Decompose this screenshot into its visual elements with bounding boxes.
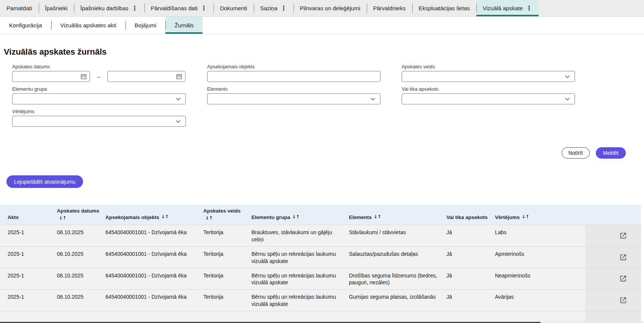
column-header-elements[interactable]: Elements↓↑ <box>349 205 446 225</box>
elementu-grupa-value[interactable] <box>13 94 185 104</box>
download-derivative-button[interactable]: Lejupielādēt atvasinājumu <box>6 175 83 188</box>
nav-item-ekspluatacijas-lietas[interactable]: Ekspluatācijas lietas <box>412 0 476 16</box>
sort-icon[interactable]: ↓↑ <box>59 215 66 221</box>
sort-icon[interactable]: ↓↑ <box>521 214 529 221</box>
column-header-vertejums[interactable]: Vērtējums↓↑ <box>495 205 585 225</box>
table-row: 2025-1 08.10.2025 64540040001001 - Dzīvo… <box>0 289 641 311</box>
nav-item-pamatdati[interactable]: Pamatdati <box>0 0 39 16</box>
section-tabs: Konfigurācija Vizuālās apskates akti Boj… <box>0 17 644 34</box>
table-header-row: Akts Apskates datums↓↑ Apsekojamais obje… <box>0 205 641 225</box>
cell-datums: 08.10.2025 <box>57 290 105 311</box>
open-record-button[interactable] <box>619 296 627 304</box>
table-row-partial <box>0 311 641 322</box>
nav-item-sazina[interactable]: Saziņa⋮ <box>254 0 294 16</box>
date-from-input[interactable] <box>13 71 90 82</box>
cell-akts: 2025-1 <box>0 290 57 311</box>
nav-item-ipasnieki[interactable]: Īpašnieki <box>39 0 74 16</box>
kebab-menu-icon[interactable]: ⋮ <box>526 5 532 11</box>
apsekojamais-objekts-field[interactable] <box>207 71 380 82</box>
column-header-apskates-datums[interactable]: Apskates datums↓↑ <box>57 205 105 225</box>
filter-label: Apskates datums <box>12 64 186 69</box>
filter-label: Elementu grupa <box>12 86 186 92</box>
column-header-elementu-grupa[interactable]: Elementu grupa↓↑ <box>251 205 349 225</box>
apskates-veids-value[interactable] <box>402 71 575 82</box>
date-to-field[interactable] <box>107 71 185 82</box>
sort-icon[interactable]: ↓↑ <box>205 215 213 221</box>
filter-apskates-veids: Apskates veids <box>402 64 575 82</box>
page-title: Vizuālās apskates žurnāls <box>4 47 644 57</box>
column-header-apsekojamais-objekts[interactable]: Apsekojamais objekts↓↑ <box>105 205 203 225</box>
cell-actions <box>585 268 641 290</box>
nav-item-parvaldisanas-dati[interactable]: Pārvaldīšanas dati⋮ <box>145 0 214 16</box>
column-header-apskates-veids[interactable]: Apskates veids↓↑ <box>203 205 251 225</box>
elements-value[interactable] <box>207 94 380 104</box>
nav-item-vizuala-apskate[interactable]: Vizuālā apskate⋮ <box>476 0 539 16</box>
vertejums-select[interactable] <box>12 116 186 127</box>
clear-button[interactable]: Notīrīt <box>562 147 590 159</box>
elements-select[interactable] <box>207 93 380 104</box>
open-record-button[interactable] <box>619 274 627 283</box>
sort-icon[interactable]: ↓↑ <box>161 214 169 221</box>
nav-item-dokumenti[interactable]: Dokumenti <box>214 0 254 16</box>
column-header-akts: Akts <box>0 205 57 225</box>
open-record-button[interactable] <box>619 253 627 262</box>
cell-objekts: 64540040001001 - Dzīvojamā ēka <box>105 225 203 246</box>
apskates-veids-select[interactable] <box>402 71 575 82</box>
table-row: 2025-1 08.10.2025 64540040001001 - Dzīvo… <box>0 268 641 290</box>
kebab-menu-icon[interactable]: ⋮ <box>201 5 207 11</box>
tab-bojajumi[interactable]: Bojājumi <box>126 17 166 34</box>
nav-item-ipasnieku-darbibas[interactable]: Īpašnieku darbības⋮ <box>74 0 145 16</box>
cell-objekts: 64540040001001 - Dzīvojamā ēka <box>105 268 203 290</box>
main-navigation: Pamatdati Īpašnieki Īpašnieku darbības⋮ … <box>0 0 644 17</box>
download-row: Lejupielādēt atvasinājumu <box>6 175 644 188</box>
cell-actions <box>585 311 641 322</box>
cell-grupa: Bērnu spēļu un rekreācijas laukumu vizuā… <box>251 290 349 311</box>
date-from-field[interactable] <box>12 71 90 82</box>
column-header-vai-tika-apsekots: Vai tika apsekots <box>446 205 495 225</box>
cell-veids: Teritorija <box>203 268 251 290</box>
cell-veids: Teritorija <box>203 225 251 246</box>
cell-apsekots: Jā <box>446 268 495 290</box>
cell-objekts: 64540040001001 - Dzīvojamā ēka <box>105 290 203 311</box>
filter-label: Vērtējums <box>12 109 186 114</box>
column-header-actions <box>585 205 641 225</box>
filter-apsekojamais-objekts: Apsekojamais objekts <box>207 64 380 82</box>
filter-panel: Apskates datums – Apsekojamais objekts <box>12 64 644 127</box>
sort-icon[interactable]: ↓↑ <box>292 214 300 221</box>
cell-veids: Teritorija <box>203 247 251 268</box>
elementu-grupa-select[interactable] <box>12 93 186 104</box>
cell-actions <box>585 290 641 311</box>
table-row: 2025-1 08.10.2025 64540040001001 - Dzīvo… <box>0 225 641 246</box>
cell-grupa: Bērnu spēļu un rekreācijas laukumu vizuā… <box>251 268 349 290</box>
tab-vizualas-apskates-akti[interactable]: Vizuālās apskates akti <box>51 17 126 34</box>
open-in-new-icon <box>619 296 627 304</box>
date-to-input[interactable] <box>108 71 185 82</box>
nav-item-parvaldnieks[interactable]: Pārvaldnieks <box>367 0 412 16</box>
open-record-button[interactable] <box>619 232 627 240</box>
kebab-menu-icon[interactable]: ⋮ <box>132 5 138 11</box>
filter-label: Apsekojamais objekts <box>207 64 380 69</box>
tab-konfiguracija[interactable]: Konfigurācija <box>0 17 51 34</box>
vertejums-value[interactable] <box>13 116 185 126</box>
cell-grupa: Bērnu spēļu un rekreācijas laukumu vizuā… <box>251 247 349 268</box>
cell-actions <box>585 247 641 268</box>
kebab-menu-icon[interactable]: ⋮ <box>281 5 287 11</box>
cell-apsekots: Jā <box>446 247 495 268</box>
table-row: 2025-1 08.10.2025 64540040001001 - Dzīvo… <box>0 246 641 268</box>
vai-tika-apsekots-value[interactable] <box>402 94 575 104</box>
tab-zurnals[interactable]: Žurnāls <box>165 17 203 34</box>
cell-apsekots: Jā <box>446 225 495 246</box>
cell-elements: Stāvlaukumi / stāvvietas <box>349 225 446 246</box>
cell-veids: Teritorija <box>203 290 251 311</box>
vai-tika-apsekots-select[interactable] <box>402 93 575 104</box>
search-button[interactable]: Meklēt <box>596 147 626 159</box>
sort-icon[interactable]: ↓↑ <box>374 214 381 221</box>
nav-item-pilnvaras[interactable]: Pilnvaras un deleģējumi <box>294 0 367 16</box>
cell-datums: 08.10.2025 <box>57 268 105 290</box>
open-in-new-icon <box>619 275 627 282</box>
journal-table: Akts Apskates datums↓↑ Apsekojamais obje… <box>0 205 641 322</box>
filter-vertejums: Vērtējums <box>12 109 186 127</box>
apsekojamais-objekts-input[interactable] <box>207 71 380 82</box>
filter-label: Vai tika apsekots <box>402 86 575 92</box>
cell-vertejums: Neapmierinošs <box>495 268 585 290</box>
